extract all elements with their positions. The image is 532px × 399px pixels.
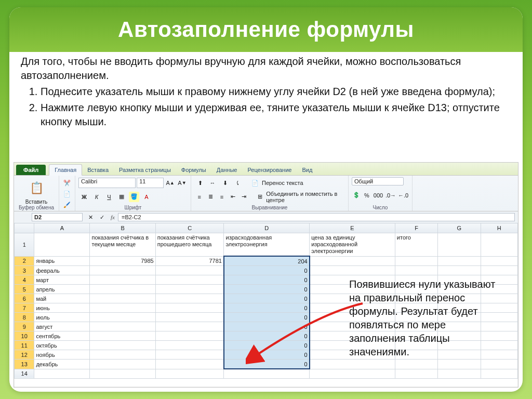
cell-A10[interactable]: сентябрь: [34, 331, 90, 341]
dec-decimal-icon[interactable]: ←.0: [398, 190, 408, 201]
font-color-icon[interactable]: A: [141, 192, 152, 202]
cell-A2[interactable]: январь: [34, 256, 90, 266]
tab-layout[interactable]: Разметка страницы: [114, 165, 176, 175]
col-A[interactable]: A: [34, 223, 90, 233]
cell-A8[interactable]: июль: [34, 313, 90, 322]
align-top-icon[interactable]: ⬆: [195, 178, 205, 188]
cell-A7[interactable]: июнь: [34, 303, 90, 313]
row-3[interactable]: 3: [15, 266, 34, 275]
row-8[interactable]: 8: [15, 313, 34, 322]
cell-C7[interactable]: [155, 303, 224, 313]
cell-G14[interactable]: [438, 369, 481, 379]
cell-B1[interactable]: показания счётчика в текущем месяце: [90, 233, 155, 257]
row-14[interactable]: 14: [15, 369, 34, 379]
cell-B10[interactable]: [90, 331, 155, 341]
cell-B4[interactable]: [90, 275, 155, 285]
cell-C11[interactable]: [155, 341, 224, 350]
cell-E1[interactable]: цена за единицу израсходованной электроэ…: [310, 233, 395, 257]
cell-H3[interactable]: [481, 266, 517, 275]
cell-F13[interactable]: [395, 360, 437, 369]
row-9[interactable]: 9: [15, 322, 34, 331]
cell-H1[interactable]: [481, 233, 517, 257]
cell-E2[interactable]: [310, 256, 395, 266]
col-D[interactable]: D: [224, 223, 310, 233]
col-E[interactable]: E: [310, 223, 395, 233]
borders-icon[interactable]: ▦: [116, 192, 127, 202]
row-2[interactable]: 2: [15, 256, 34, 266]
tab-review[interactable]: Рецензирование: [242, 165, 297, 175]
tab-view[interactable]: Вид: [297, 165, 317, 175]
cell-A11[interactable]: октябрь: [34, 341, 90, 350]
orientation-icon[interactable]: ⤹: [232, 178, 243, 188]
cell-B2[interactable]: 7985: [90, 256, 155, 266]
align-left-icon[interactable]: ≡: [195, 192, 204, 202]
cell-C1[interactable]: показания счётчика прошедшего месяца: [155, 233, 224, 257]
cell-H2[interactable]: [481, 256, 517, 266]
cell-B11[interactable]: [90, 341, 155, 350]
row-5[interactable]: 5: [15, 285, 34, 294]
wrap-text-icon[interactable]: 📄: [250, 178, 260, 188]
cell-D7[interactable]: 0: [224, 303, 310, 313]
cell-E14[interactable]: [310, 369, 395, 379]
cell-B8[interactable]: [90, 313, 155, 322]
increase-font-icon[interactable]: A▲: [165, 178, 175, 188]
decrease-font-icon[interactable]: A▼: [177, 178, 187, 188]
cell-D12[interactable]: 0: [224, 350, 310, 360]
bold-button[interactable]: Ж: [79, 192, 89, 202]
cell-A13[interactable]: декабрь: [34, 360, 90, 369]
cell-D9[interactable]: 0: [224, 322, 310, 331]
fx-icon[interactable]: fx: [108, 214, 118, 220]
cell-C6[interactable]: [155, 294, 224, 303]
cell-C10[interactable]: [155, 331, 224, 341]
align-center-icon[interactable]: ≣: [206, 192, 216, 202]
currency-icon[interactable]: 💲: [352, 190, 361, 201]
cut-icon[interactable]: ✂️: [62, 178, 72, 188]
tab-file[interactable]: Файл: [16, 165, 46, 175]
cell-D2[interactable]: 204: [224, 256, 310, 266]
cell-A4[interactable]: март: [34, 275, 90, 285]
cell-D8[interactable]: 0: [224, 313, 310, 322]
col-C[interactable]: C: [155, 223, 224, 233]
cell-A12[interactable]: ноябрь: [34, 350, 90, 360]
row-4[interactable]: 4: [15, 275, 34, 285]
col-B[interactable]: B: [90, 223, 155, 233]
cell-C9[interactable]: [155, 322, 224, 331]
row-13[interactable]: 13: [15, 360, 34, 369]
row-6[interactable]: 6: [15, 294, 34, 303]
cell-G2[interactable]: [438, 256, 481, 266]
cell-C14[interactable]: [155, 369, 224, 379]
indent-dec-icon[interactable]: ⇤: [229, 192, 238, 202]
cell-D5[interactable]: 0: [224, 285, 310, 294]
cell-D6[interactable]: 0: [224, 294, 310, 303]
cell-B3[interactable]: [90, 266, 155, 275]
align-right-icon[interactable]: ≡: [217, 192, 227, 202]
italic-button[interactable]: К: [91, 192, 102, 202]
cell-D13[interactable]: 0: [224, 360, 310, 369]
wrap-text-label[interactable]: Перенос текста: [262, 180, 303, 186]
cell-A1[interactable]: [34, 233, 90, 257]
percent-icon[interactable]: %: [363, 190, 371, 201]
cell-B6[interactable]: [90, 294, 155, 303]
cell-C3[interactable]: [155, 266, 224, 275]
tab-data[interactable]: Данные: [211, 165, 243, 175]
cell-B9[interactable]: [90, 322, 155, 331]
cell-H13[interactable]: [481, 360, 517, 369]
merge-icon[interactable]: ⊞: [256, 192, 265, 202]
cell-D1[interactable]: израсходованная электроэнергия: [224, 233, 310, 257]
cell-A6[interactable]: май: [34, 294, 90, 303]
font-size-select[interactable]: 11: [137, 178, 164, 188]
cell-A5[interactable]: апрель: [34, 285, 90, 294]
fill-color-icon[interactable]: 🪣: [129, 192, 139, 202]
cell-C13[interactable]: [155, 360, 224, 369]
cell-A9[interactable]: август: [34, 322, 90, 331]
row-12[interactable]: 12: [15, 350, 34, 360]
tab-insert[interactable]: Вставка: [82, 165, 114, 175]
cell-F1[interactable]: итого: [395, 233, 437, 257]
col-H[interactable]: H: [481, 223, 517, 233]
cancel-icon[interactable]: ✕: [85, 212, 96, 222]
cell-E13[interactable]: [310, 360, 395, 369]
cell-A3[interactable]: февраль: [34, 266, 90, 275]
cell-G13[interactable]: [438, 360, 481, 369]
cell-B14[interactable]: [90, 369, 155, 379]
cell-C2[interactable]: 7781: [155, 256, 224, 266]
